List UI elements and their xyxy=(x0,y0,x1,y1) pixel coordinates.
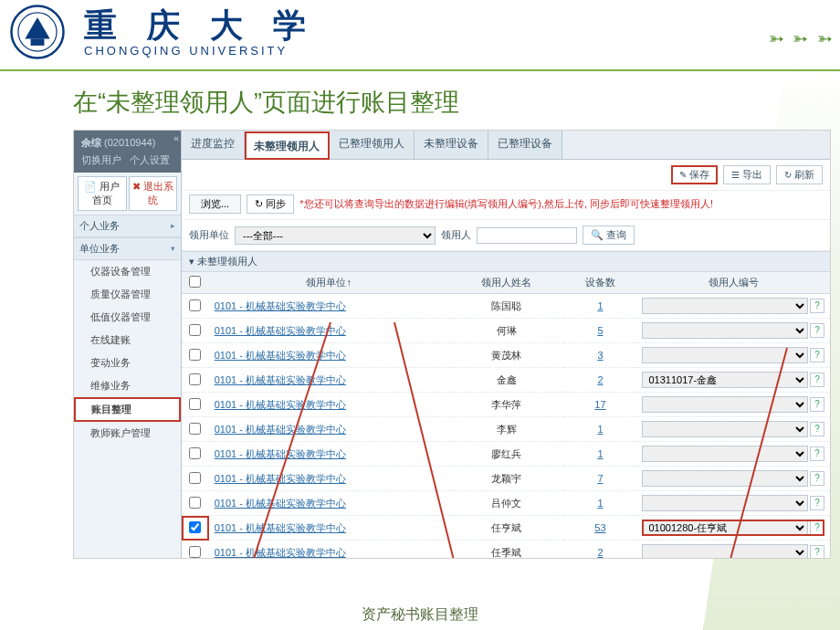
hint-body: 您还可以将查询导出的数据进行编辑(填写领用人编号),然后上传, 同步后即可快速整… xyxy=(304,198,714,209)
col-header-unit[interactable]: 领用单位↑ xyxy=(209,272,449,294)
row-checkbox[interactable] xyxy=(189,497,201,509)
row-checkbox[interactable] xyxy=(189,447,201,459)
sidebar-item-quality[interactable]: 质量仪器管理 xyxy=(74,283,181,306)
info-icon[interactable]: ? xyxy=(810,397,824,412)
refresh-button[interactable]: ↻ 刷新 xyxy=(776,165,823,184)
sidebar-item-lowvalue[interactable]: 低值仪器管理 xyxy=(74,306,181,329)
tab-unsorted-users[interactable]: 未整理领用人 xyxy=(245,131,330,160)
university-seal xyxy=(9,4,66,60)
user-id-select[interactable] xyxy=(642,470,808,487)
switch-user-link[interactable]: 切换用户 xyxy=(81,154,121,165)
unit-link[interactable]: 0101 - 机械基础实验教学中心 xyxy=(215,498,346,509)
user-id-select[interactable] xyxy=(642,322,808,339)
sidebar-collapse-icon[interactable]: « xyxy=(173,132,179,143)
table-row: 0101 - 机械基础实验教学中心任亨斌5301001280-任亨斌? xyxy=(182,516,830,541)
unit-link[interactable]: 0101 - 机械基础实验教学中心 xyxy=(215,424,346,435)
row-checkbox[interactable] xyxy=(189,472,201,484)
sidebar-item-account-sort[interactable]: 账目整理 xyxy=(74,397,181,422)
info-icon[interactable]: ? xyxy=(810,520,824,535)
sidebar-section-label: 单位业务 xyxy=(79,243,120,254)
info-icon[interactable]: ? xyxy=(810,323,824,338)
col-header-count[interactable]: 设备数 xyxy=(563,272,636,294)
count-link[interactable]: 53 xyxy=(594,522,605,533)
count-link[interactable]: 1 xyxy=(597,448,603,459)
user-id-select[interactable] xyxy=(642,421,808,437)
filter-user-input[interactable] xyxy=(477,227,577,244)
user-id-select[interactable] xyxy=(642,396,808,413)
user-id-select[interactable]: 01001280-任亨斌 xyxy=(642,520,808,536)
row-unit-cell: 0101 - 机械基础实验教学中心 xyxy=(209,343,449,368)
count-link[interactable]: 17 xyxy=(594,399,605,410)
personal-settings-link[interactable]: 个人设置 xyxy=(130,154,170,165)
current-user-name: 余综 xyxy=(81,137,101,148)
sidebar-section-unit[interactable]: 单位业务 ▾ xyxy=(74,237,181,260)
row-checkbox[interactable] xyxy=(189,299,201,311)
count-link[interactable]: 3 xyxy=(597,350,603,361)
sidebar-item-equipment[interactable]: 仪器设备管理 xyxy=(74,260,181,283)
browse-button[interactable]: 浏览... xyxy=(189,194,241,214)
sync-button[interactable]: ↻ 同步 xyxy=(247,194,294,214)
logout-button[interactable]: ✖ 退出系统 xyxy=(129,176,178,211)
col-header-user[interactable]: 领用人姓名 xyxy=(449,272,564,294)
info-icon[interactable]: ? xyxy=(810,348,824,362)
info-icon[interactable]: ? xyxy=(810,545,824,558)
select-all-checkbox[interactable] xyxy=(189,276,201,288)
count-link[interactable]: 2 xyxy=(597,374,603,385)
sidebar-item-change[interactable]: 变动业务 xyxy=(74,352,181,374)
unit-link[interactable]: 0101 - 机械基础实验教学中心 xyxy=(215,473,346,484)
row-checkbox[interactable] xyxy=(189,521,201,533)
tab-unsorted-equip[interactable]: 未整理设备 xyxy=(415,131,488,159)
row-checkbox[interactable] xyxy=(189,546,201,558)
sidebar-item-online[interactable]: 在线建账 xyxy=(74,329,181,352)
unit-link[interactable]: 0101 - 机械基础实验教学中心 xyxy=(215,399,346,410)
row-checkbox[interactable] xyxy=(189,398,201,410)
tab-sorted-users[interactable]: 已整理领用人 xyxy=(330,131,415,159)
user-id-select[interactable]: 01311017-金鑫 xyxy=(642,372,808,388)
tab-sorted-equip[interactable]: 已整理设备 xyxy=(488,131,562,159)
count-link[interactable]: 7 xyxy=(597,473,603,484)
row-checkbox[interactable] xyxy=(189,423,201,435)
col-header-id[interactable]: 领用人编号 xyxy=(636,272,830,294)
unit-link[interactable]: 0101 - 机械基础实验教学中心 xyxy=(215,448,346,459)
sidebar-item-repair[interactable]: 维修业务 xyxy=(74,374,181,397)
sidebar-section-personal[interactable]: 个人业务 ▸ xyxy=(74,215,181,237)
unit-link[interactable]: 0101 - 机械基础实验教学中心 xyxy=(215,547,346,558)
info-icon[interactable]: ? xyxy=(810,373,824,387)
unit-link[interactable]: 0101 - 机械基础实验教学中心 xyxy=(215,350,346,361)
unit-link[interactable]: 0101 - 机械基础实验教学中心 xyxy=(215,325,346,336)
logout-button-label: 退出系统 xyxy=(143,181,173,205)
unit-link[interactable]: 0101 - 机械基础实验教学中心 xyxy=(215,374,346,385)
user-id-select[interactable] xyxy=(642,446,808,462)
sidebar-item-teacher-account[interactable]: 教师账户管理 xyxy=(74,422,181,445)
info-icon[interactable]: ? xyxy=(810,471,824,486)
count-link[interactable]: 1 xyxy=(597,498,603,509)
filter-unit-select[interactable]: ---全部--- xyxy=(235,226,436,245)
info-icon[interactable]: ? xyxy=(810,299,824,313)
row-checkbox[interactable] xyxy=(189,373,201,385)
unit-link[interactable]: 0101 - 机械基础实验教学中心 xyxy=(215,300,346,311)
home-button[interactable]: 📄 用户首页 xyxy=(78,176,127,211)
row-user-cell: 廖红兵 xyxy=(449,442,564,467)
save-button[interactable]: ✎ 保存 xyxy=(671,165,718,184)
count-link[interactable]: 1 xyxy=(597,424,603,435)
row-checkbox[interactable] xyxy=(189,324,201,336)
group-header[interactable]: ▾ 未整理领用人 xyxy=(182,251,830,272)
export-button[interactable]: ☰ 导出 xyxy=(723,165,771,184)
row-checkbox-cell xyxy=(182,442,209,467)
user-id-select[interactable] xyxy=(642,495,808,511)
count-link[interactable]: 5 xyxy=(597,325,603,336)
user-id-select[interactable] xyxy=(642,347,808,363)
info-icon[interactable]: ? xyxy=(810,496,824,510)
tab-progress[interactable]: 进度监控 xyxy=(182,131,245,159)
count-link[interactable]: 1 xyxy=(597,300,603,311)
user-id-select[interactable] xyxy=(642,544,808,558)
info-icon[interactable]: ? xyxy=(810,422,824,436)
info-icon[interactable]: ? xyxy=(810,446,824,461)
row-checkbox[interactable] xyxy=(189,349,201,361)
count-link[interactable]: 2 xyxy=(597,547,603,558)
home-button-label: 用户首页 xyxy=(92,181,121,205)
user-id-select[interactable] xyxy=(642,298,808,314)
unit-link[interactable]: 0101 - 机械基础实验教学中心 xyxy=(215,522,346,533)
row-user-cell: 何琳 xyxy=(449,319,564,343)
search-button[interactable]: 🔍 查询 xyxy=(583,226,635,245)
